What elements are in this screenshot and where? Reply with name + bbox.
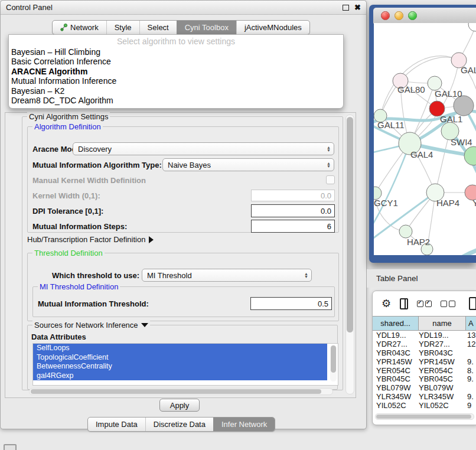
mi-threshold-field[interactable]: 0.5 — [250, 297, 332, 310]
settings-horizontal-scrollbar[interactable] — [29, 388, 333, 395]
table-row[interactable]: YIL052CYIL052C9 — [373, 401, 476, 410]
mi-algorithm-type-combo[interactable]: Naive Bayes ▲▼ — [162, 158, 334, 171]
column-header[interactable]: name — [419, 317, 466, 330]
table-cell: 13 — [466, 331, 476, 340]
minimize-traffic-light-icon[interactable] — [395, 11, 403, 20]
stepper-arrows-icon: ▲▼ — [327, 146, 331, 152]
node-label: GAL4 — [410, 149, 433, 159]
tab-infer-network[interactable]: Infer Network — [213, 418, 275, 431]
kernel-width-value: 0.0 — [321, 191, 331, 200]
table-row[interactable]: YDL19...YDL19...13 — [373, 331, 476, 340]
table-panel-header: Table Panel — [367, 269, 476, 288]
control-panel-title: Control Panel — [6, 3, 53, 12]
attribute-item[interactable]: TopologicalCoefficient — [33, 353, 327, 363]
columns-icon[interactable] — [400, 298, 408, 309]
tab-style[interactable]: Style — [106, 21, 139, 34]
tab-impute-data[interactable]: Impute Data — [88, 418, 145, 431]
document-icon[interactable] — [469, 297, 476, 310]
network-edge[interactable] — [435, 131, 450, 193]
attribute-item[interactable]: SelfLoops — [33, 344, 327, 353]
table-row[interactable]: YPR145WYPR145W9. — [373, 357, 476, 366]
algorithm-dropdown: Select algorithm to view settings Bayesi… — [8, 34, 344, 109]
mi-steps-field[interactable]: 6 — [251, 220, 335, 233]
mi-algorithm-type-value: Naive Bayes — [168, 161, 211, 169]
algorithm-option[interactable]: ARACNE Algorithm — [9, 67, 343, 76]
screen: Control Panel ✖ NetworkStyleSelectCyni T… — [0, 0, 476, 450]
network-node[interactable] — [454, 96, 474, 116]
mi-threshold-label: Mutual Information Threshold: — [38, 299, 149, 308]
network-edge[interactable] — [400, 57, 459, 81]
network-window-titlebar[interactable] — [373, 8, 476, 24]
algorithm-definition-group: Algorithm Definition Aracne Mode: Discov… — [27, 126, 339, 233]
table-cell: YER054C — [373, 366, 419, 375]
table-cell: 8. — [466, 366, 476, 375]
network-node[interactable] — [399, 225, 412, 238]
table-header-row: shared...nameA — [373, 316, 476, 331]
expander-right-arrow-icon — [149, 236, 154, 243]
node-label: GAL10 — [435, 89, 462, 99]
table-window: ⚙ shared...nameA YDL19...YDL19...13YDR27… — [372, 291, 476, 425]
network-node[interactable] — [468, 23, 476, 31]
which-threshold-combo[interactable]: MI Threshold ▲▼ — [142, 269, 312, 282]
table-row[interactable]: YDR27...YDR27...12 — [373, 340, 476, 348]
algorithm-option[interactable]: Mutual Information Inference — [9, 76, 343, 86]
node-label: Y — [472, 198, 476, 208]
table-cell: YLR345W — [373, 392, 419, 401]
tab-label: Discretize Data — [154, 420, 206, 429]
attribute-item[interactable]: BetweennessCentrality — [33, 362, 327, 371]
tab-discretize-data[interactable]: Discretize Data — [145, 418, 213, 431]
list-scrollbar[interactable] — [330, 345, 337, 381]
apply-button[interactable]: Apply — [159, 399, 200, 412]
tab-cyni-toolbox[interactable]: Cyni Toolbox — [177, 21, 236, 34]
dpi-tolerance-label: DPI Tolerance [0,1]: — [32, 207, 103, 216]
network-canvas[interactable]: GAL7GAL80GAL10GAL1GAL11SWI4GAL4GCY1HAP4Y… — [374, 23, 476, 255]
dpi-tolerance-field[interactable]: 0.0 — [251, 204, 335, 217]
kernel-width-field[interactable]: 0.0 — [251, 190, 335, 201]
settings-vertical-scrollbar[interactable] — [345, 115, 354, 394]
table-row[interactable]: YBR043CYBR043C — [373, 348, 476, 357]
tab-label: Network — [70, 23, 99, 32]
sources-title[interactable]: Sources for Network Inference — [32, 321, 150, 330]
table-horizontal-scrollbar[interactable] — [375, 413, 474, 420]
table-cell: YBR045C — [373, 374, 419, 383]
aracne-mode-combo[interactable]: Discovery ▲▼ — [73, 142, 334, 155]
algorithm-option[interactable]: Bayesian – K2 — [9, 86, 343, 96]
top-tab-bar: NetworkStyleSelectCyni ToolboxjActiveMNo… — [52, 20, 310, 35]
tab-network[interactable]: Network — [53, 21, 106, 34]
data-attributes-list[interactable]: SelfLoopsTopologicalCoefficientBetweenne… — [32, 343, 338, 386]
bottom-tab-bar: Impute DataDiscretize DataInfer Network — [87, 417, 275, 432]
column-header[interactable]: shared... — [373, 317, 419, 330]
table-row[interactable]: YBR045CYBR045C9. — [373, 374, 476, 383]
zoom-traffic-light-icon[interactable] — [408, 11, 417, 20]
table-cell: 9. — [466, 374, 476, 383]
close-icon[interactable]: ✖ — [354, 4, 361, 11]
restore-icon[interactable] — [343, 5, 349, 11]
column-header[interactable]: A — [466, 317, 476, 330]
tab-jactivemnodules[interactable]: jActiveMNodules — [236, 21, 309, 34]
algorithm-option[interactable]: Basic Correlation Inference — [9, 57, 343, 66]
minimized-window-icon[interactable] — [4, 444, 17, 450]
table-cell: 9. — [466, 357, 476, 366]
dpi-tolerance-value: 0.0 — [321, 207, 331, 216]
unchecked-boxes-icon[interactable] — [441, 301, 455, 307]
table-row[interactable]: YLR345WYLR345W9. — [373, 392, 476, 401]
tab-label: Style — [115, 23, 132, 32]
attribute-item[interactable]: gal4RGexp — [33, 371, 327, 381]
node-label: GAL11 — [377, 120, 405, 130]
hub-transcription-factor-expander[interactable]: Hub/Transcription Factor Definition — [27, 235, 154, 244]
algorithm-option[interactable]: Bayesian – Hill Climbing — [9, 47, 343, 57]
checked-boxes-icon[interactable] — [417, 301, 432, 307]
gear-icon[interactable]: ⚙ — [382, 298, 391, 309]
table-row[interactable]: YBL079WYBL079W — [373, 383, 476, 392]
tab-select[interactable]: Select — [139, 21, 177, 34]
stepper-arrows-icon: ▲▼ — [327, 162, 331, 168]
threshold-definition-title: Threshold Definition — [32, 249, 105, 257]
mi-steps-value: 6 — [327, 222, 331, 231]
control-panel-titlebar[interactable]: Control Panel ✖ — [1, 1, 366, 15]
network-edge-thick[interactable] — [431, 249, 476, 255]
close-traffic-light-icon[interactable] — [381, 11, 390, 20]
manual-kernel-width-checkbox[interactable] — [326, 175, 335, 184]
table-row[interactable]: YER054CYER054C8. — [373, 366, 476, 375]
algorithm-option[interactable]: Dream8 DC_TDC Algorithm — [9, 96, 343, 105]
table-cell: YPR145W — [373, 357, 419, 366]
